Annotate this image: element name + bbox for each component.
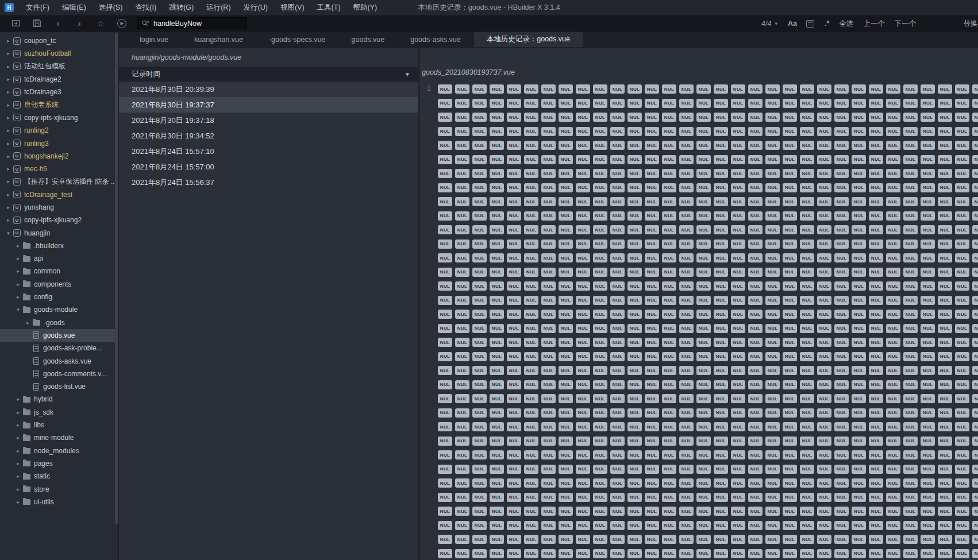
chevron-right-icon[interactable]: ▸	[14, 256, 22, 261]
tree-item-.hbuilderx[interactable]: ▸.hbuilderx	[0, 240, 118, 252]
search-icon[interactable]	[141, 20, 149, 28]
chevron-right-icon[interactable]: ▸	[14, 243, 22, 249]
tree-item-store[interactable]: ▸store	[0, 482, 118, 495]
sidebar-scrollbar[interactable]	[115, 32, 118, 560]
chevron-right-icon[interactable]: ▸	[5, 192, 12, 198]
chevron-right-icon[interactable]: ▸	[5, 179, 12, 184]
tree-item-goods-comments.v...[interactable]: goods-comments.v...	[0, 368, 118, 380]
chevron-right-icon[interactable]: ▸	[14, 396, 22, 402]
whole-word-icon[interactable]	[806, 20, 814, 28]
tree-item-goods-ask-proble...[interactable]: goods-ask-proble...	[0, 342, 118, 354]
next-match-button[interactable]: 下一个	[895, 19, 917, 29]
tree-item-goods-list.vue[interactable]: goods-list.vue	[0, 380, 118, 393]
navigate-back-icon[interactable]: ‹	[52, 18, 64, 29]
history-entry[interactable]: 2021年8月24日 15:57:00	[119, 159, 418, 175]
navigate-forward-icon[interactable]: ›	[74, 18, 85, 29]
tab-kuangshan.vue[interactable]: kuangshan.vue	[182, 32, 256, 47]
chevron-right-icon[interactable]: ▸	[5, 204, 12, 210]
menu-item[interactable]: 帮助(Y)	[347, 0, 384, 16]
menu-item[interactable]: 文件(F)	[20, 0, 56, 16]
tree-item-runling2[interactable]: ▸Urunling2	[0, 124, 118, 137]
chevron-right-icon[interactable]: ▸	[14, 410, 22, 415]
tab-login.vue[interactable]: login.vue	[127, 32, 182, 47]
chevron-right-icon[interactable]: ▸	[5, 166, 12, 172]
chevron-right-icon[interactable]: ▸	[14, 422, 22, 428]
tree-item-config[interactable]: ▸config	[0, 291, 118, 303]
menu-item[interactable]: 发行(U)	[237, 0, 274, 16]
menu-item[interactable]: 视图(V)	[274, 0, 311, 16]
history-entry[interactable]: 2021年8月30日 20:39:39	[119, 82, 418, 97]
tree-item-goods-asks.vue[interactable]: goods-asks.vue	[0, 354, 118, 367]
replace-button[interactable]: 替换	[963, 19, 977, 29]
tree-item-goods.vue[interactable]: goods.vue	[0, 329, 118, 342]
tree-item-common[interactable]: ▸common	[0, 265, 118, 277]
menu-item[interactable]: 工具(T)	[311, 0, 347, 16]
tree-item-libs[interactable]: ▸libs	[0, 419, 118, 431]
tree-item-tcDrainage2[interactable]: ▸UtcDrainage2	[0, 73, 118, 86]
tree-item-goods-module[interactable]: ▾goods-module	[0, 303, 118, 316]
chevron-right-icon[interactable]: ▸	[5, 217, 12, 223]
tree-item-static[interactable]: ▸static	[0, 470, 118, 482]
tree-item-js_sdk[interactable]: ▸js_sdk	[0, 406, 118, 419]
select-all-button[interactable]: 全选	[839, 19, 853, 29]
tree-item-mine-module[interactable]: ▸mine-module	[0, 431, 118, 444]
tree-item-copy-ipfs-xjkuang2[interactable]: ▸Ucopy-ipfs-xjkuang2	[0, 214, 118, 226]
chevron-right-icon[interactable]: ▸	[24, 320, 32, 326]
menu-item[interactable]: 运行(R)	[200, 0, 237, 16]
menu-item[interactable]: 跳转(G)	[163, 0, 200, 16]
tree-item-hongshankeji2[interactable]: ▸Uhongshankeji2	[0, 150, 118, 163]
snapshot-content[interactable]: NULNULNULNULNULNULNULNULNULNULNULNULNULN…	[437, 82, 978, 560]
chevron-right-icon[interactable]: ▸	[5, 115, 12, 121]
tree-item-coupon_tc[interactable]: ▸Ucoupon_tc	[0, 34, 118, 47]
chevron-down-icon[interactable]: ▾	[5, 230, 12, 236]
tree-item-【推荐】安卓保活插件 防杀 ...[interactable]: ▸U【推荐】安卓保活插件 防杀 ...	[0, 175, 118, 188]
tree-item-tcDrainage3[interactable]: ▸UtcDrainage3	[0, 86, 118, 98]
menu-item[interactable]: 选择(S)	[93, 0, 129, 16]
chevron-right-icon[interactable]: ▸	[5, 64, 12, 69]
chevron-right-icon[interactable]: ▸	[14, 435, 22, 441]
chevron-down-icon[interactable]: ▾	[14, 307, 22, 312]
chevron-right-icon[interactable]: ▸	[14, 461, 22, 466]
chevron-right-icon[interactable]: ▸	[5, 141, 12, 146]
history-entry[interactable]: 2021年8月30日 19:37:18	[119, 113, 418, 128]
chevron-right-icon[interactable]: ▸	[5, 51, 12, 56]
open-in-browser-icon[interactable]	[10, 18, 21, 29]
history-column-header[interactable]: 记录时间 ▼	[119, 67, 418, 82]
chevron-right-icon[interactable]: ▸	[14, 268, 22, 274]
chevron-right-icon[interactable]: ▸	[14, 499, 22, 505]
tree-item-yunshang[interactable]: ▸Uyunshang	[0, 201, 118, 214]
tab-本地历史记录：goods.vue[interactable]: 本地历史记录：goods.vue	[474, 32, 583, 47]
history-entry[interactable]: 2021年8月30日 19:34:52	[119, 128, 418, 144]
tree-item-runling3[interactable]: ▸Urunling3	[0, 137, 118, 149]
chevron-right-icon[interactable]: ▸	[14, 281, 22, 287]
tree-item-tcDrainage_test[interactable]: ▸UtcDrainage_test	[0, 188, 118, 201]
tree-item-api[interactable]: ▸api	[0, 252, 118, 265]
favorites-star-icon[interactable]: ☆	[95, 18, 106, 29]
chevron-right-icon[interactable]: ▸	[5, 76, 12, 82]
tree-item-pages[interactable]: ▸pages	[0, 457, 118, 470]
tree-item-ui-utils[interactable]: ▸ui-utils	[0, 496, 118, 508]
sort-caret-icon[interactable]: ▼	[405, 71, 410, 78]
match-case-icon[interactable]: Aa	[788, 20, 797, 28]
tree-item-suzhouFootball[interactable]: ▸UsuzhouFootball	[0, 47, 118, 60]
menu-item[interactable]: 查找(I)	[129, 0, 163, 16]
chevron-right-icon[interactable]: ▸	[5, 128, 12, 133]
tab--goods-specs.vue[interactable]: -goods-specs.vue	[256, 32, 339, 47]
chevron-right-icon[interactable]: ▸	[5, 153, 12, 159]
regex-icon[interactable]: .*	[825, 20, 829, 28]
tree-item-huangjin[interactable]: ▾Uhuangjin	[0, 226, 118, 239]
tree-item-hybrid[interactable]: ▸hybrid	[0, 393, 118, 405]
history-entry[interactable]: 2021年8月30日 19:37:37	[119, 97, 418, 113]
tree-item-活动红包模板[interactable]: ▸U活动红包模板	[0, 60, 118, 73]
chevron-right-icon[interactable]: ▸	[14, 486, 22, 492]
history-entry[interactable]: 2021年8月24日 15:56:37	[119, 175, 418, 190]
tab-goods-asks.vue[interactable]: goods-asks.vue	[398, 32, 474, 47]
run-icon[interactable]: ▶	[116, 18, 128, 29]
chevron-right-icon[interactable]: ▸	[14, 473, 22, 479]
previous-match-button[interactable]: 上一个	[863, 19, 885, 29]
tree-item-components[interactable]: ▸components	[0, 278, 118, 291]
search-input[interactable]: handleBuyNow	[137, 17, 247, 29]
tree-item--goods[interactable]: ▸-goods	[0, 316, 118, 329]
tree-item-mec-h5[interactable]: ▸Umec-h5	[0, 163, 118, 175]
tree-item-唐朝老系统[interactable]: ▸U唐朝老系统	[0, 98, 118, 111]
